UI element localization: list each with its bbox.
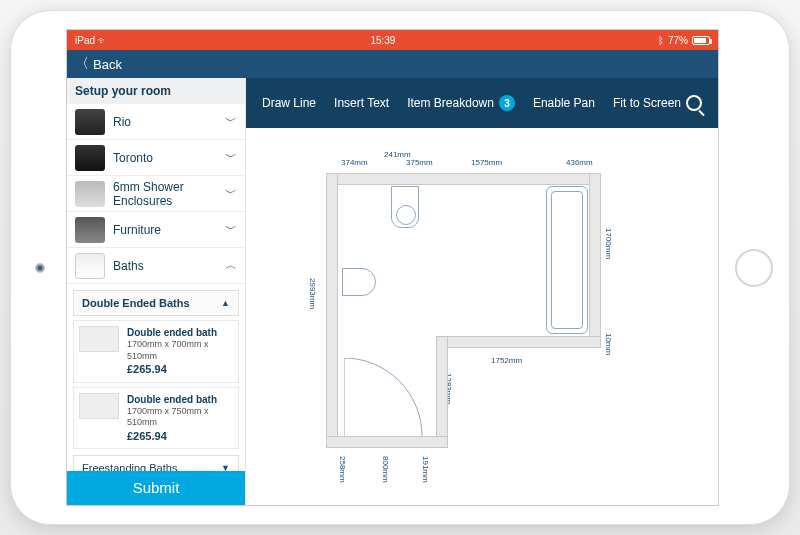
wall-left [326, 173, 338, 448]
category-label: 6mm Shower Enclosures [113, 180, 217, 208]
battery-percent: 77% [668, 35, 688, 46]
subgroup-title: Freestanding Baths [82, 462, 177, 471]
category-label: Toronto [113, 151, 217, 165]
fixture-toilet[interactable] [391, 186, 419, 228]
breakdown-count-badge: 3 [499, 95, 515, 111]
dim-right-1: 1700mm [604, 228, 613, 259]
home-button[interactable] [735, 249, 773, 287]
magnifier-icon [686, 95, 702, 111]
product-name: Double ended bath [127, 393, 233, 406]
product-dims: 1700mm x 750mm x 510mm [127, 406, 233, 429]
tool-fit-to-screen[interactable]: Fit to Screen [613, 95, 702, 111]
dim-bottom-3: 191mm [421, 456, 430, 483]
fixture-bath[interactable] [546, 186, 588, 334]
subgroup-freestanding[interactable]: Freestanding Baths ▼ [73, 455, 239, 471]
category-label: Furniture [113, 223, 217, 237]
product-thumb [79, 393, 119, 419]
product-item[interactable]: Double ended bath 1700mm x 700mm x 510mm… [73, 320, 239, 383]
tool-enable-pan[interactable]: Enable Pan [533, 96, 595, 110]
tool-item-breakdown[interactable]: Item Breakdown 3 [407, 95, 515, 111]
fixture-basin[interactable] [342, 268, 376, 296]
category-thumb [75, 253, 105, 279]
status-bar: iPad ᯤ 15:39 ᛒ 77% [67, 30, 718, 50]
product-info: Double ended bath 1700mm x 750mm x 510mm… [127, 393, 233, 444]
product-item[interactable]: Double ended bath 1700mm x 750mm x 510mm… [73, 387, 239, 450]
bluetooth-icon: ᛒ [658, 35, 664, 46]
sidebar: Setup your room Rio ﹀ Toronto ﹀ 6mm [67, 78, 246, 505]
chevron-up-icon: ︿ [225, 257, 237, 274]
product-price: £265.94 [127, 429, 233, 443]
tool-insert-text[interactable]: Insert Text [334, 96, 389, 110]
back-button[interactable]: Back [93, 57, 122, 72]
category-label: Baths [113, 259, 217, 273]
category-furniture[interactable]: Furniture ﹀ [67, 212, 245, 248]
category-thumb [75, 181, 105, 207]
status-left: iPad ᯤ [75, 35, 108, 46]
nav-bar: 〈 Back [67, 50, 718, 78]
main-area: Draw Line Insert Text Item Breakdown 3 E… [246, 78, 718, 505]
tablet-camera [35, 263, 45, 273]
wifi-icon: ᯤ [98, 35, 108, 46]
triangle-down-icon: ▼ [221, 463, 230, 471]
wall-right-upper [589, 173, 601, 348]
chevron-down-icon: ﹀ [225, 149, 237, 166]
device-label: iPad [75, 35, 95, 46]
dim-top-3: 375mm [406, 158, 433, 167]
status-time: 15:39 [370, 35, 395, 46]
back-chevron-icon[interactable]: 〈 [75, 55, 89, 73]
floorplan: 374mm 241mm 375mm 1575mm 436mm 2993mm 17… [296, 158, 626, 488]
category-shower-enclosures[interactable]: 6mm Shower Enclosures ﹀ [67, 176, 245, 212]
dim-top-5: 436mm [566, 158, 593, 167]
category-toronto[interactable]: Toronto ﹀ [67, 140, 245, 176]
submit-button[interactable]: Submit [67, 471, 245, 505]
subgroup-title: Double Ended Baths [82, 297, 190, 309]
category-thumb [75, 109, 105, 135]
sidebar-title: Setup your room [67, 78, 245, 104]
dim-right-2: 10mm [604, 333, 613, 355]
wall-top [326, 173, 601, 185]
floorplan-canvas[interactable]: 374mm 241mm 375mm 1575mm 436mm 2993mm 17… [246, 128, 718, 505]
dim-top-1: 374mm [341, 158, 368, 167]
chevron-down-icon: ﹀ [225, 113, 237, 130]
category-thumb [75, 217, 105, 243]
category-rio[interactable]: Rio ﹀ [67, 104, 245, 140]
door-swing [344, 358, 424, 438]
wall-step-v [436, 336, 448, 448]
dim-inner-h: 1752mm [491, 356, 522, 365]
battery-icon [692, 36, 710, 45]
product-dims: 1700mm x 700mm x 510mm [127, 339, 233, 362]
tool-draw-line[interactable]: Draw Line [262, 96, 316, 110]
category-thumb [75, 145, 105, 171]
app-screen: iPad ᯤ 15:39 ᛒ 77% 〈 Back Setup your roo… [66, 29, 719, 506]
category-label: Rio [113, 115, 217, 129]
chevron-down-icon: ﹀ [225, 221, 237, 238]
category-baths[interactable]: Baths ︿ [67, 248, 245, 284]
status-right: ᛒ 77% [658, 35, 710, 46]
product-price: £265.94 [127, 362, 233, 376]
product-name: Double ended bath [127, 326, 233, 339]
product-thumb [79, 326, 119, 352]
tablet-frame: iPad ᯤ 15:39 ᛒ 77% 〈 Back Setup your roo… [10, 10, 790, 525]
triangle-up-icon: ▲ [221, 298, 230, 308]
toolbar: Draw Line Insert Text Item Breakdown 3 E… [246, 78, 718, 128]
content-area: Setup your room Rio ﹀ Toronto ﹀ 6mm [67, 78, 718, 505]
sidebar-scroll[interactable]: Rio ﹀ Toronto ﹀ 6mm Shower Enclosures ﹀ [67, 104, 245, 471]
product-info: Double ended bath 1700mm x 700mm x 510mm… [127, 326, 233, 377]
dim-left: 2993mm [308, 278, 317, 309]
wall-step-h [436, 336, 601, 348]
dim-bottom-1: 258mm [338, 456, 347, 483]
dim-bottom-2: 800mm [381, 456, 390, 483]
dim-top-4: 1575mm [471, 158, 502, 167]
chevron-down-icon: ﹀ [225, 185, 237, 202]
subgroup-double-ended[interactable]: Double Ended Baths ▲ [73, 290, 239, 316]
